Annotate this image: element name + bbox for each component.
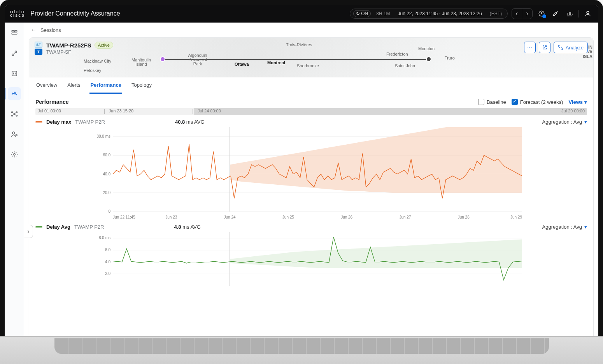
map-node-dest[interactable] (427, 57, 431, 61)
legend-sub: TWAMP P2R (74, 224, 104, 230)
svg-text:6.0: 6.0 (105, 248, 110, 252)
global-header: ıılıılıı cisco Provider Connectivity Ass… (5, 5, 598, 23)
aggregation-dropdown[interactable]: Aggregation : Avg ▾ (542, 119, 587, 125)
svg-text:Jun 28: Jun 28 (458, 215, 470, 219)
svg-text:60.0: 60.0 (103, 153, 111, 157)
legend-title: Delay max (46, 119, 71, 125)
nav-device-icon[interactable] (8, 67, 21, 80)
svg-rect-4 (12, 33, 17, 34)
forecast-checkbox[interactable]: Forecast (2 weeks) (512, 99, 563, 105)
svg-text:Jun 23: Jun 23 (165, 215, 177, 219)
product-title: Provider Connectivity Assurance (30, 10, 120, 17)
back-icon[interactable]: ← (30, 26, 37, 33)
session-tabs: Overview Alerts Performance Topology (29, 77, 593, 94)
baseline-checkbox[interactable]: Baseline (478, 99, 506, 105)
tab-alerts[interactable]: Alerts (67, 77, 81, 94)
left-nav (5, 23, 24, 359)
svg-point-1 (587, 11, 589, 14)
sidebar-expander-button[interactable]: › (24, 225, 33, 238)
user-profile-icon[interactable] (583, 9, 593, 19)
brand-logo: ıılıılıı cisco (10, 10, 25, 17)
views-dropdown[interactable]: Views▾ (568, 99, 587, 105)
map-label: Montreal (267, 60, 285, 65)
analyze-button[interactable]: Analyze (554, 42, 588, 53)
time-range-picker[interactable]: ↻ ON 8H 1M Jun 22, 2023 11:45 - Jun 23, … (350, 9, 508, 19)
chart-svg[interactable]: 020.040.060.080.0 msJun 22 11:45Jun 23Ju… (35, 125, 587, 220)
svg-point-8 (14, 114, 15, 115)
map-label: Manitoulin Island (130, 58, 153, 66)
ruler-label: Jul 01 00:00 (38, 108, 61, 113)
legend-swatch (35, 121, 42, 122)
tools-icon[interactable] (550, 9, 561, 19)
baseline-input[interactable] (478, 99, 484, 105)
svg-text:2.0: 2.0 (105, 271, 110, 276)
svg-point-13 (12, 132, 14, 134)
nav-topology-icon[interactable] (8, 107, 21, 121)
time-next-button[interactable]: › (522, 9, 532, 19)
chart-avg-stat: 40.8 ms AVG (175, 119, 205, 125)
svg-text:0: 0 (108, 209, 110, 214)
time-prev-button[interactable]: ‹ (512, 9, 522, 19)
range-label: Jun 22, 2023 11:45 - Jun 23, 2023 12:26 (395, 10, 484, 17)
svg-text:Jun 25: Jun 25 (282, 215, 294, 219)
map-label: Moncton (418, 46, 435, 51)
svg-text:Jun 22 11:45: Jun 22 11:45 (113, 215, 135, 219)
map-node-source[interactable] (161, 57, 165, 61)
chart-delay-max: Delay max TWAMP P2R 40.8 ms AVG Aggregat… (29, 117, 593, 220)
nav-settings-icon[interactable] (8, 148, 21, 161)
map-label: Truro (445, 56, 455, 60)
tab-overview[interactable]: Overview (35, 77, 58, 94)
tz-label: (EST) (487, 10, 504, 17)
tab-topology[interactable]: Topology (131, 77, 153, 94)
svg-point-15 (13, 154, 15, 156)
svg-point-12 (16, 115, 17, 116)
legend-swatch (35, 226, 42, 228)
nav-link-icon[interactable] (8, 47, 21, 60)
ruler-label: Jul 24 00:00 (198, 108, 221, 113)
session-card: Mackinaw City Manitoulin Island Petoskey… (29, 37, 594, 355)
nav-users-icon[interactable] (8, 128, 21, 141)
map-label: Petoskey (84, 68, 101, 73)
aggregation-dropdown[interactable]: Aggregation : Avg ▾ (542, 224, 587, 230)
map-label: Fredericton (386, 52, 408, 56)
route-map[interactable]: Mackinaw City Manitoulin Island Petoskey… (29, 38, 593, 77)
card-header-map: Mackinaw City Manitoulin Island Petoskey… (29, 38, 593, 77)
chart-svg[interactable]: 2.04.06.08.0 ms (35, 230, 587, 288)
svg-rect-2 (12, 30, 14, 32)
perf-toolbar: Performance Baseline Forecast (2 weeks) (29, 94, 593, 107)
svg-point-14 (16, 134, 17, 136)
more-button[interactable]: ⋯ (524, 42, 536, 53)
svg-text:80.0 ms: 80.0 ms (96, 134, 110, 138)
svg-rect-3 (14, 30, 17, 32)
map-label: Trois-Rivières (286, 42, 312, 47)
forecast-input[interactable] (512, 99, 518, 105)
time-ruler[interactable]: Jul 01 00:00 Jun 23 15:20 Jul 24 00:00 J… (35, 108, 587, 115)
svg-text:4.0: 4.0 (105, 260, 110, 264)
duration-label: 8H 1M (374, 10, 392, 17)
nav-dashboard-icon[interactable] (8, 26, 21, 40)
session-subtitle: TWAMP-SF (46, 49, 113, 55)
source-icon: SF (35, 42, 42, 48)
legend-title: Delay Avg (46, 224, 70, 230)
clock-status-icon[interactable] (536, 9, 547, 19)
bar-chart-icon[interactable] (564, 9, 575, 19)
tab-performance[interactable]: Performance (89, 77, 122, 94)
auto-refresh-toggle[interactable]: ↻ ON (353, 10, 371, 17)
svg-text:20.0: 20.0 (103, 191, 111, 195)
breadcrumb[interactable]: ← Sessions (24, 23, 598, 37)
chart-avg-stat: 4.8 ms AVG (174, 224, 200, 230)
time-nav-arrows: ‹ › (512, 8, 533, 19)
svg-text:8.0 ms: 8.0 ms (99, 236, 110, 240)
legend-sub: TWAMP P2R (75, 119, 105, 125)
ruler-label: Jun 23 15:20 (109, 108, 134, 113)
map-label: Ottawa (235, 62, 249, 66)
svg-rect-7 (12, 71, 17, 76)
svg-point-11 (11, 115, 12, 116)
map-label: Mackinaw City (84, 59, 111, 63)
chart-delay-avg: Delay Avg TWAMP P2R 4.8 ms AVG Aggregati… (29, 222, 593, 288)
svg-text:40.0: 40.0 (103, 172, 111, 176)
svg-text:Jun 24: Jun 24 (224, 215, 236, 219)
open-external-button[interactable] (539, 42, 550, 53)
session-type-icons: SF T (35, 42, 42, 55)
nav-performance-icon[interactable] (8, 87, 21, 100)
